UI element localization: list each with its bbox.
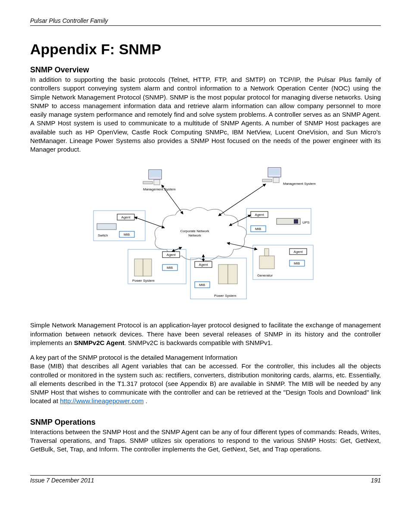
svg-text:Network: Network: [188, 233, 201, 237]
appendix-title: Appendix F: SNMP: [30, 41, 381, 58]
overview-paragraph-3: A key part of the SNMP protocol is the d…: [30, 353, 381, 362]
mgmt-label-right: Management System: [283, 182, 316, 186]
svg-rect-8: [262, 179, 272, 182]
mib-label-ps2: MIB: [199, 283, 205, 287]
operations-paragraph-1: Interactions between the SNMP Host and t…: [30, 428, 381, 454]
svg-rect-19: [294, 219, 298, 224]
svg-rect-2: [149, 171, 161, 177]
svg-rect-7: [269, 168, 280, 175]
power-system-1-icon: [134, 259, 152, 276]
agent-label-ups: Agent: [255, 213, 265, 217]
svg-rect-3: [143, 181, 153, 184]
p2b: . SNMPv2C is backwards compatible with S…: [125, 339, 273, 346]
mib-label-switch: MIB: [124, 233, 130, 236]
mgmt-label-left: Management System: [143, 187, 176, 191]
ps2-label: Power System: [214, 294, 237, 298]
footer-page-number: 191: [371, 477, 381, 484]
p4b: .: [144, 397, 147, 404]
mgmt-system-right-icon: [262, 168, 281, 183]
power-system-2-icon: [218, 264, 237, 284]
agent-label-ps1: Agent: [167, 253, 176, 257]
svg-rect-31: [228, 264, 237, 284]
overview-paragraph-4: Base (MIB) that describes all Agent vari…: [30, 362, 381, 405]
agent-label-gen: Agent: [294, 250, 303, 254]
ups-label: UPS: [302, 221, 309, 224]
cloud-label-1: Corporate Network: [180, 229, 209, 233]
mib-label-ps1: MIB: [167, 266, 173, 270]
mib-label-gen: MIB: [294, 261, 300, 265]
agent-label-switch: Agent: [121, 215, 131, 219]
mgmt-system-left-icon: [143, 170, 162, 185]
running-header: Pulsar Plus Controller Family: [30, 17, 381, 26]
svg-rect-4: [154, 180, 160, 185]
footer-issue: Issue 7 December 2011: [30, 477, 94, 484]
svg-line-10: [218, 184, 266, 216]
svg-rect-13: [97, 224, 116, 230]
svg-rect-37: [265, 249, 269, 256]
overview-paragraph-2: Simple Network Management Protocol is an…: [30, 321, 381, 347]
p2-bold: SNMPv2C Agent: [74, 339, 125, 346]
overview-paragraph-1: In addition to supporting the basic prot…: [30, 75, 381, 154]
svg-line-15: [134, 217, 165, 228]
agent-label-ps2: Agent: [199, 263, 209, 267]
svg-rect-9: [273, 177, 279, 183]
network-diagram: Corporate Network Network Management Sys…: [30, 163, 381, 310]
generator-icon: [259, 249, 274, 269]
svg-rect-30: [218, 264, 228, 284]
page-footer: Issue 7 December 2011 191: [30, 475, 381, 484]
svg-rect-24: [134, 259, 143, 276]
switch-label: Switch: [98, 233, 108, 237]
section-heading-overview: SNMP Overview: [30, 65, 381, 75]
ps1-label: Power System: [132, 279, 155, 283]
svg-rect-36: [259, 256, 274, 269]
svg-rect-25: [143, 259, 152, 276]
lineage-link[interactable]: http://www.lineagepower.com: [60, 397, 143, 404]
section-heading-operations: SNMP Operations: [30, 418, 381, 427]
generator-label: Generator: [257, 274, 273, 277]
mib-label-ups: MIB: [255, 227, 261, 231]
